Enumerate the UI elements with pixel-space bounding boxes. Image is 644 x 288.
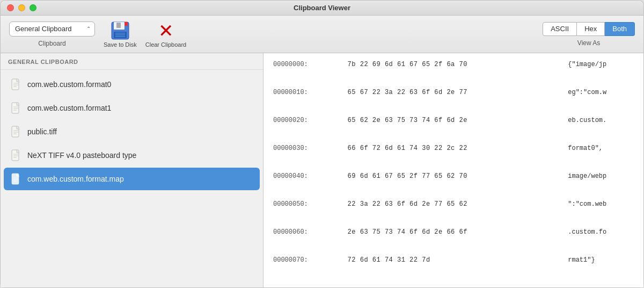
ascii-view-button[interactable]: ASCII bbox=[543, 22, 577, 36]
sidebar: GENERAL CLIPBOARD com.web.custom.format0… bbox=[1, 53, 264, 287]
both-view-button[interactable]: Both bbox=[605, 22, 635, 36]
hex-bytes: 66 6f 72 6d 61 74 30 22 2c 22 bbox=[346, 142, 566, 170]
view-as-section: ASCII Hex Both View As bbox=[543, 22, 635, 47]
sidebar-item-label: NeXT TIFF v4.0 pasteboard type bbox=[27, 151, 136, 160]
window-title: Clipboard Viewer bbox=[294, 4, 350, 12]
hex-bytes: 69 6d 61 67 65 2f 77 65 62 70 bbox=[346, 170, 566, 198]
hex-address: 00000000: bbox=[271, 59, 346, 87]
sidebar-item-item3[interactable]: NeXT TIFF v4.0 pasteboard type bbox=[4, 144, 260, 167]
hex-address: 00000010: bbox=[271, 87, 346, 114]
titlebar: Clipboard Viewer bbox=[1, 1, 643, 16]
file-icon bbox=[11, 102, 21, 114]
clipboard-selector-group: General Clipboard Find Clipboard ⌃ Clipb… bbox=[9, 21, 95, 47]
hex-ascii-text: ":"com.web bbox=[566, 198, 636, 226]
clipboard-label: Clipboard bbox=[38, 40, 65, 47]
hex-bytes: 2e 63 75 73 74 6f 6d 2e 66 6f bbox=[346, 226, 566, 254]
hex-view: 00000000:7b 22 69 6d 61 67 65 2f 6a 70{"… bbox=[264, 53, 643, 287]
x-icon: ✕ bbox=[156, 21, 175, 40]
hex-address: 00000070: bbox=[271, 254, 346, 282]
sidebar-items: com.web.custom.format0 com.web.custom.fo… bbox=[1, 70, 263, 287]
floppy-disk-icon bbox=[111, 21, 130, 40]
file-icon bbox=[11, 149, 21, 161]
hex-address: 00000030: bbox=[271, 142, 346, 170]
clear-clipboard-group: ✕ Clear Clipboard bbox=[145, 21, 186, 48]
hex-address: 00000020: bbox=[271, 114, 346, 142]
sidebar-item-item0[interactable]: com.web.custom.format0 bbox=[4, 73, 260, 96]
sidebar-item-item4[interactable]: com.web.custom.format.map bbox=[4, 168, 260, 190]
sidebar-item-label: com.web.custom.format1 bbox=[27, 104, 111, 112]
sidebar-header: GENERAL CLIPBOARD bbox=[1, 53, 263, 70]
hex-bytes: 65 67 22 3a 22 63 6f 6d 2e 77 bbox=[346, 87, 566, 114]
svg-rect-5 bbox=[115, 34, 125, 35]
hex-ascii-text: image/webp bbox=[566, 170, 636, 198]
hex-row: 00000020:65 62 2e 63 75 73 74 6f 6d 2eeb… bbox=[271, 114, 636, 142]
file-icon bbox=[11, 173, 21, 185]
hex-view-button[interactable]: Hex bbox=[577, 22, 605, 36]
clear-clipboard-label: Clear Clipboard bbox=[145, 41, 186, 48]
view-as-label: View As bbox=[577, 39, 600, 47]
svg-rect-2 bbox=[116, 23, 121, 28]
main-content: GENERAL CLIPBOARD com.web.custom.format0… bbox=[1, 53, 643, 287]
toolbar: General Clipboard Find Clipboard ⌃ Clipb… bbox=[1, 16, 643, 53]
svg-rect-6 bbox=[115, 36, 125, 37]
traffic-lights bbox=[7, 4, 36, 11]
hex-ascii-text: rmat1"} bbox=[566, 254, 636, 282]
save-to-disk-button[interactable] bbox=[111, 21, 130, 40]
sidebar-item-item1[interactable]: com.web.custom.format1 bbox=[4, 97, 260, 119]
hex-address: 00000050: bbox=[271, 198, 346, 226]
hex-bytes: 7b 22 69 6d 61 67 65 2f 6a 70 bbox=[346, 59, 566, 87]
hex-row: 00000000:7b 22 69 6d 61 67 65 2f 6a 70{"… bbox=[271, 59, 636, 87]
clipboard-select-wrapper: General Clipboard Find Clipboard ⌃ bbox=[9, 21, 95, 37]
close-button[interactable] bbox=[7, 4, 14, 11]
sidebar-item-label: com.web.custom.format.map bbox=[27, 175, 124, 183]
sidebar-item-label: public.tiff bbox=[27, 127, 57, 136]
hex-address: 00000060: bbox=[271, 226, 346, 254]
hex-bytes: 22 3a 22 63 6f 6d 2e 77 65 62 bbox=[346, 198, 566, 226]
svg-rect-4 bbox=[115, 33, 125, 34]
hex-row: 00000010:65 67 22 3a 22 63 6f 6d 2e 77eg… bbox=[271, 87, 636, 114]
hex-ascii-text: eg":"com.w bbox=[566, 87, 636, 114]
save-to-disk-label: Save to Disk bbox=[104, 41, 137, 48]
hex-row: 00000040:69 6d 61 67 65 2f 77 65 62 70im… bbox=[271, 170, 636, 198]
hex-bytes: 65 62 2e 63 75 73 74 6f 6d 2e bbox=[346, 114, 566, 142]
file-icon bbox=[11, 126, 21, 138]
file-icon bbox=[11, 78, 21, 90]
hex-row: 00000060:2e 63 75 73 74 6f 6d 2e 66 6f.c… bbox=[271, 226, 636, 254]
main-window: Clipboard Viewer General Clipboard Find … bbox=[0, 0, 644, 288]
maximize-button[interactable] bbox=[30, 4, 36, 11]
hex-row: 00000070:72 6d 61 74 31 22 7drmat1"} bbox=[271, 254, 636, 282]
hex-ascii-text: .custom.fo bbox=[566, 226, 636, 254]
sidebar-item-item2[interactable]: public.tiff bbox=[4, 120, 260, 143]
sidebar-item-label: com.web.custom.format0 bbox=[27, 80, 111, 89]
clear-clipboard-button[interactable]: ✕ bbox=[156, 21, 175, 40]
minimize-button[interactable] bbox=[18, 4, 25, 11]
hex-row: 00000030:66 6f 72 6d 61 74 30 22 2c 22fo… bbox=[271, 142, 636, 170]
view-as-buttons: ASCII Hex Both bbox=[543, 22, 635, 36]
hex-bytes: 72 6d 61 74 31 22 7d bbox=[346, 254, 566, 282]
clipboard-select[interactable]: General Clipboard Find Clipboard bbox=[9, 21, 95, 37]
content-area: 00000000:7b 22 69 6d 61 67 65 2f 6a 70{"… bbox=[264, 53, 643, 287]
save-disk-group: Save to Disk bbox=[104, 21, 137, 48]
hex-row: 00000050:22 3a 22 63 6f 6d 2e 77 65 62":… bbox=[271, 198, 636, 226]
hex-ascii-text: {"image/jp bbox=[566, 59, 636, 87]
hex-table: 00000000:7b 22 69 6d 61 67 65 2f 6a 70{"… bbox=[271, 59, 636, 282]
hex-address: 00000040: bbox=[271, 170, 346, 198]
hex-ascii-text: format0", bbox=[566, 142, 636, 170]
hex-ascii-text: eb.custom. bbox=[566, 114, 636, 142]
